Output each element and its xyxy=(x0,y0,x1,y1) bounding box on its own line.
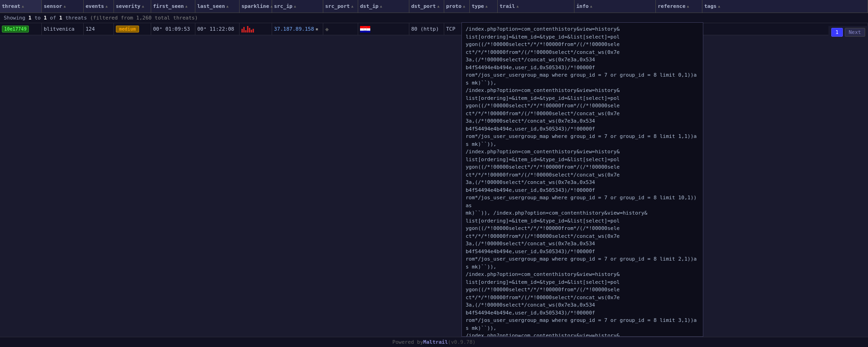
col-header-events[interactable]: events ▲ xyxy=(84,0,114,13)
col-label-type: type xyxy=(472,3,484,9)
status-total: 1 xyxy=(59,15,62,21)
sort-arrow-sensor: ▲ xyxy=(64,4,66,8)
sort-arrow-info: ▲ xyxy=(590,4,593,8)
sort-arrow-severity: ▲ xyxy=(142,4,144,8)
severity-badge: medium xyxy=(116,26,139,33)
status-showing-label: Showing xyxy=(4,15,28,21)
sensor-value: blitvenica xyxy=(44,26,74,32)
src-ip-icon: ▪ xyxy=(315,26,319,32)
svg-rect-2 xyxy=(360,31,370,33)
status-end: 1 xyxy=(44,15,47,21)
col-header-info[interactable]: info ▲ xyxy=(574,0,656,13)
detail-panel[interactable]: /index.php?option=com_contenthistory&vie… xyxy=(461,22,703,35)
col-label-info: info xyxy=(576,3,589,9)
status-threats-label: threats xyxy=(65,15,87,21)
col-label-sparkline: sparkline xyxy=(241,3,269,9)
pagination: 1 Next xyxy=(828,26,868,35)
app-container: threat ▲ sensor ▲ events ▲ severity ▲ fi… xyxy=(0,0,868,35)
status-bar: Showing 1 to 1 of 1 threats (filtered fr… xyxy=(0,13,868,23)
col-label-dst-port: dst_port xyxy=(411,3,436,9)
status-to-label: to xyxy=(34,15,44,21)
page-1-button[interactable]: 1 xyxy=(831,28,843,35)
comment-icon: ◆ xyxy=(325,26,329,33)
col-label-src-port: src_port xyxy=(325,3,350,9)
col-label-threat: threat xyxy=(2,3,20,9)
col-header-dst-ip[interactable]: dst_ip ▲ xyxy=(358,0,409,13)
cell-first-seen: 00ᵃ 01:09:53 xyxy=(151,23,195,35)
col-label-severity: severity xyxy=(116,3,140,9)
dst-port-value: 80 (http) xyxy=(411,26,439,32)
proto-value: TCP xyxy=(446,26,455,32)
cell-last-seen: 00ᵃ 11:22:08 xyxy=(195,23,240,35)
col-label-proto: proto xyxy=(446,3,461,9)
col-label-dst-ip: dst_ip xyxy=(360,3,379,9)
sparkline-chart xyxy=(241,26,254,33)
col-label-tags: tags xyxy=(704,3,717,9)
sort-arrow-events: ▲ xyxy=(106,4,108,8)
col-label-reference: reference xyxy=(658,3,686,9)
col-header-trail[interactable]: trail ▲ xyxy=(498,0,574,13)
sort-arrow-src-ip: ▲ xyxy=(294,4,296,8)
col-label-sensor: sensor xyxy=(44,3,62,9)
next-button[interactable]: Next xyxy=(845,28,866,35)
col-label-last-seen: last_seen xyxy=(197,3,225,9)
col-header-threat[interactable]: threat ▲ xyxy=(0,0,42,13)
cell-sparkline xyxy=(240,23,272,35)
col-header-src-ip[interactable]: src_ip ▲ xyxy=(272,0,323,13)
sort-arrow-first-seen: ▲ xyxy=(185,4,187,8)
sort-arrow-last-seen: ▲ xyxy=(227,4,229,8)
col-label-src-ip: src_ip xyxy=(274,3,293,9)
sort-arrow-reference: ▲ xyxy=(687,4,689,8)
cell-dst-port: 80 (http) xyxy=(409,23,444,35)
sort-arrow-threat: ▲ xyxy=(22,4,24,8)
first-seen-value: 00ᵃ 01:09:53 xyxy=(153,26,190,32)
cell-dst-ip xyxy=(358,23,409,35)
col-label-trail: trail xyxy=(500,3,515,9)
sort-arrow-tags: ▲ xyxy=(718,4,721,8)
col-header-proto[interactable]: proto ▲ xyxy=(444,0,470,13)
svg-rect-0 xyxy=(360,26,370,28)
sort-arrow-proto: ▲ xyxy=(463,4,465,8)
cell-src-ip[interactable]: 37.187.89.158 ▪ xyxy=(272,23,323,35)
status-of-label: of xyxy=(50,15,59,21)
src-ip-value: 37.187.89.158 xyxy=(274,26,314,32)
last-seen-value: 00ᵃ 11:22:08 xyxy=(197,26,234,32)
cell-threat-id[interactable]: 10e17749 xyxy=(0,23,42,35)
col-header-tags[interactable]: tags ▲ xyxy=(702,0,868,13)
cell-sensor: blitvenica xyxy=(42,23,84,35)
events-value: 124 xyxy=(86,26,95,32)
sort-arrow-trail: ▲ xyxy=(516,4,519,8)
col-header-dst-port[interactable]: dst_port ▲ xyxy=(409,0,444,13)
threat-id-badge: 10e17749 xyxy=(2,26,29,33)
col-header-sensor[interactable]: sensor ▲ xyxy=(42,0,84,13)
table-header: threat ▲ sensor ▲ events ▲ severity ▲ fi… xyxy=(0,0,868,13)
col-label-events: events xyxy=(86,3,104,9)
table-row[interactable]: 10e17749 blitvenica 124 medium 00ᵃ 01:09… xyxy=(0,23,868,35)
col-header-reference[interactable]: reference ▲ xyxy=(656,0,702,13)
sort-arrow-type: ▲ xyxy=(486,4,488,8)
cell-src-port: ◆ xyxy=(323,23,358,35)
sort-arrow-src-port: ▲ xyxy=(351,4,354,8)
col-header-src-port[interactable]: src_port ▲ xyxy=(323,0,358,13)
status-filtered: (filtered from 1,260 total threats) xyxy=(90,15,198,21)
croatia-flag xyxy=(360,26,370,33)
col-header-sparkline[interactable]: sparkline ▲ xyxy=(240,0,272,13)
col-header-type[interactable]: type ▲ xyxy=(470,0,498,13)
cell-events: 124 xyxy=(84,23,114,35)
cell-severity: medium xyxy=(114,23,151,35)
status-start: 1 xyxy=(28,15,32,21)
col-header-last-seen[interactable]: last_seen ▲ xyxy=(195,0,240,13)
col-header-first-seen[interactable]: first_seen ▲ xyxy=(151,0,195,13)
sort-arrow-dst-ip: ▲ xyxy=(380,4,382,8)
col-header-severity[interactable]: severity ▲ xyxy=(114,0,151,13)
col-label-first-seen: first_seen xyxy=(153,3,184,9)
sort-arrow-dst-port: ▲ xyxy=(437,4,440,8)
